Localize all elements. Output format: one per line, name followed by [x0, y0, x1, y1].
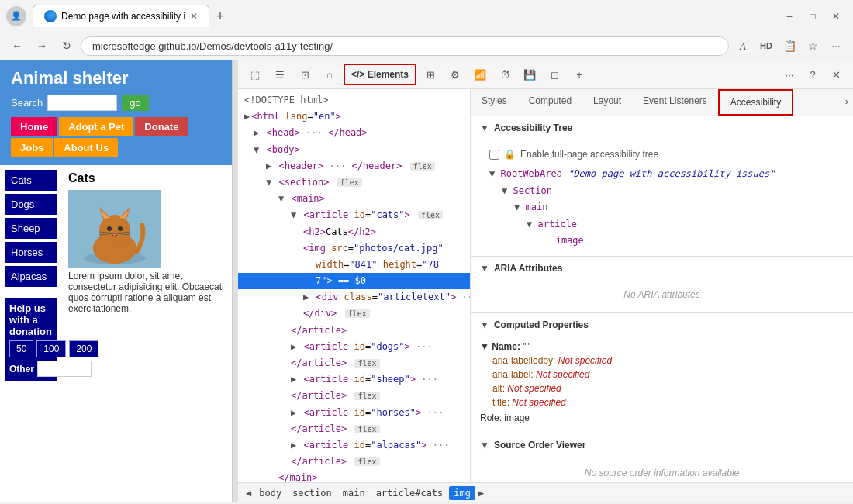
expand-arrow-header[interactable]: ▶	[266, 161, 271, 171]
sources-button[interactable]: ⚙	[444, 64, 466, 85]
collections-button[interactable]: 📋	[779, 35, 800, 57]
favorites-button[interactable]: ☆	[802, 35, 824, 57]
sidebar-horses-button[interactable]: Horses	[5, 242, 57, 263]
search-input[interactable]	[47, 95, 117, 111]
html-img-open[interactable]: <img src="photos/cat.jpg"	[238, 240, 470, 257]
html-main[interactable]: ▼ <main>	[238, 191, 470, 207]
read-aloud-button[interactable]: 𝐴	[732, 35, 754, 57]
breadcrumb-scroll-left[interactable]: ◀	[244, 486, 253, 500]
expand-arrow-main[interactable]: ▼	[278, 193, 284, 204]
html-body-open[interactable]: ▼ <body>	[238, 142, 470, 158]
tree-main[interactable]: ▼ main	[489, 199, 844, 216]
expand-arrow-sheep[interactable]: ▶	[291, 374, 296, 385]
expand-arrow-alpacas[interactable]: ▶	[291, 440, 296, 450]
sidebar-sheep-button[interactable]: Sheep	[5, 218, 57, 239]
expand-arrow-div[interactable]: ▶	[303, 292, 309, 302]
nav-adopt-button[interactable]: Adopt a Pet	[59, 117, 133, 136]
home-button[interactable]: ⌂	[319, 64, 340, 85]
tree-image[interactable]: image	[489, 233, 844, 250]
html-article-dogs-close[interactable]: </article> flex	[238, 355, 470, 371]
html-html-tag[interactable]: ▶<html lang="en">	[238, 109, 470, 125]
tab-event-listeners[interactable]: Event Listeners	[632, 89, 718, 116]
minimize-button[interactable]: –	[779, 5, 800, 27]
console-button[interactable]: ⊞	[420, 64, 441, 85]
html-article-alpacas[interactable]: ▶ <article id="alpacas"> ···	[238, 437, 470, 454]
tab-layout[interactable]: Layout	[582, 89, 632, 116]
tree-article[interactable]: ▼ article	[489, 216, 844, 233]
html-article-sheep[interactable]: ▶ <article id="sheep"> ···	[238, 371, 470, 388]
maximize-button[interactable]: □	[802, 5, 824, 27]
a11y-source-order-header[interactable]: ▼ Source Order Viewer	[471, 433, 853, 457]
browser-tab[interactable]: Demo page with accessibility issu ✕	[33, 5, 209, 27]
html-main-close[interactable]: </main>	[238, 470, 470, 482]
tab-computed[interactable]: Computed	[518, 89, 582, 116]
html-h2-cats[interactable]: <h2>Cats</h2>	[238, 224, 470, 240]
a11y-computed-header[interactable]: ▼ Computed Properties	[471, 313, 853, 337]
html-article-sheep-close[interactable]: </article> flex	[238, 388, 470, 404]
nav-home-button[interactable]: Home	[11, 117, 57, 136]
device-toolbar-button[interactable]: ☰	[269, 64, 291, 85]
html-div-close[interactable]: </div> flex	[238, 306, 470, 322]
devtools-close-button[interactable]: ✕	[825, 64, 847, 85]
html-doctype[interactable]: <!DOCTYPE html>	[238, 92, 470, 109]
application-button[interactable]: ◻	[544, 64, 565, 85]
expand-arrow-horses[interactable]: ▶	[291, 407, 296, 418]
devtools-help-button[interactable]: ?	[802, 64, 824, 85]
full-page-tree-checkbox[interactable]	[489, 150, 499, 160]
breadcrumb-main[interactable]: main	[338, 486, 370, 500]
hd-button[interactable]: HD	[755, 35, 777, 57]
toggle-sidebar-button[interactable]: ⊡	[294, 64, 316, 85]
expand-arrow-head[interactable]: ▶	[254, 127, 259, 138]
breadcrumb-body[interactable]: body	[254, 486, 286, 500]
nav-about-button[interactable]: About Us	[54, 138, 118, 157]
forward-button[interactable]: →	[31, 35, 53, 57]
nav-jobs-button[interactable]: Jobs	[11, 138, 53, 157]
html-article-dogs[interactable]: ▶ <article id="dogs"> ···	[238, 339, 470, 355]
breadcrumb-img[interactable]: img	[449, 486, 475, 500]
expand-arrow-body[interactable]: ▼	[254, 144, 259, 155]
full-page-tree-label[interactable]: Enable full-page accessibility tree	[520, 149, 658, 160]
html-div-articletext[interactable]: ▶ <div class="articletext"> ···	[238, 289, 470, 306]
new-tab-button[interactable]: +	[209, 5, 231, 27]
html-img-attrs[interactable]: width="841" height="78	[238, 257, 470, 273]
html-article-alpacas-close[interactable]: </article> flex	[238, 454, 470, 470]
expand-arrow-article-cats[interactable]: ▼	[291, 209, 296, 220]
elements-html-panel[interactable]: <!DOCTYPE html> ▶<html lang="en"> ▶ <hea…	[238, 89, 471, 482]
performance-button[interactable]: ⏱	[494, 64, 516, 85]
expand-arrow[interactable]: ▶	[244, 111, 250, 122]
settings-button[interactable]: ···	[825, 35, 847, 57]
html-article-close[interactable]: </article>	[238, 323, 470, 339]
donate-50-button[interactable]: 50	[9, 340, 33, 357]
sidebar-alpacas-button[interactable]: Alpacas	[5, 266, 57, 287]
devtools-more-button[interactable]: ···	[779, 64, 800, 85]
tree-section[interactable]: ▼ Section	[489, 183, 844, 200]
breadcrumb-section[interactable]: section	[288, 486, 337, 500]
html-section[interactable]: ▼ <section> flex	[238, 174, 470, 191]
inspect-element-button[interactable]: ⬚	[244, 64, 266, 85]
sidebar-cats-button[interactable]: Cats	[5, 170, 57, 191]
html-img-selected[interactable]: 7"> == $0	[238, 273, 470, 289]
breadcrumb-article-cats[interactable]: article#cats	[371, 486, 448, 500]
tab-styles[interactable]: Styles	[471, 89, 518, 116]
html-article-horses-close[interactable]: </article> flex	[238, 421, 470, 437]
network-button[interactable]: 📶	[469, 64, 491, 85]
sidebar-dogs-button[interactable]: Dogs	[5, 194, 57, 215]
search-go-button[interactable]: go	[122, 95, 148, 111]
tree-root-line[interactable]: ▼ RootWebArea "Demo page with accessibil…	[489, 166, 844, 183]
back-button[interactable]: ←	[6, 35, 28, 57]
a11y-aria-header[interactable]: ▼ ARIA Attributes	[471, 257, 853, 280]
expand-arrow-section[interactable]: ▼	[266, 177, 271, 188]
address-bar[interactable]: microsoftedge.github.io/Demos/devtools-a…	[81, 36, 729, 56]
more-tools-button[interactable]: +	[568, 64, 590, 85]
html-article-cats[interactable]: ▼ <article id="cats"> flex	[238, 207, 470, 223]
html-head[interactable]: ▶ <head> ··· </head>	[238, 125, 470, 141]
nav-donate-button[interactable]: Donate	[135, 117, 188, 136]
elements-button[interactable]: </> Elements	[344, 64, 416, 85]
html-article-horses[interactable]: ▶ <article id="horses"> ···	[238, 405, 470, 421]
panel-tab-more[interactable]: ›	[841, 89, 853, 116]
a11y-tree-header[interactable]: ▼ Accessibility Tree	[471, 116, 853, 140]
refresh-button[interactable]: ↻	[56, 35, 78, 57]
tab-close-button[interactable]: ✕	[190, 11, 198, 22]
close-button[interactable]: ✕	[825, 5, 847, 27]
memory-button[interactable]: 💾	[519, 64, 540, 85]
